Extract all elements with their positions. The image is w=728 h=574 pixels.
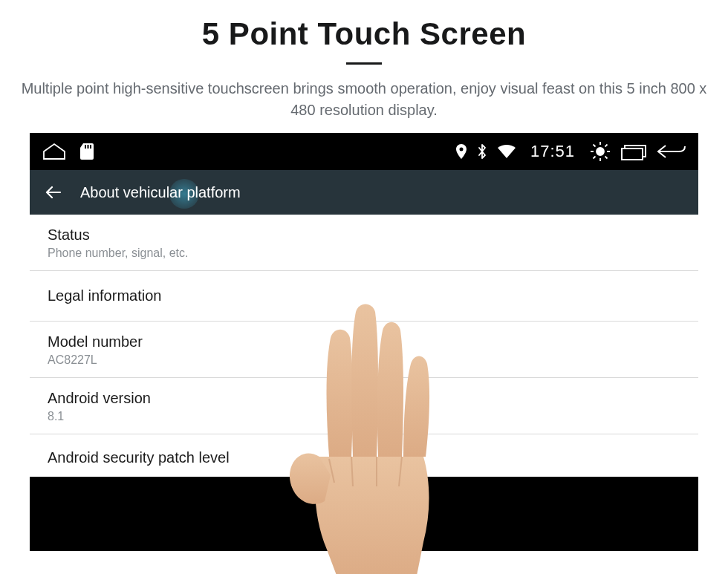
- title-underline: [346, 62, 382, 65]
- svg-rect-1: [88, 145, 89, 149]
- status-bar: 17:51: [30, 133, 698, 170]
- page-subtitle: Multiple point high-sensitive touchscree…: [0, 78, 728, 133]
- home-icon[interactable]: [42, 142, 67, 161]
- row-title: Model number: [48, 333, 680, 350]
- sd-card-icon[interactable]: [80, 143, 94, 160]
- back-icon[interactable]: [657, 143, 686, 160]
- row-android-version[interactable]: Android version 8.1: [30, 378, 698, 434]
- row-title: Legal information: [48, 287, 680, 304]
- row-title: Status: [48, 226, 680, 244]
- bluetooth-icon: [477, 143, 487, 160]
- row-subtitle: AC8227L: [48, 353, 680, 367]
- recents-icon[interactable]: [621, 143, 646, 160]
- svg-line-11: [605, 145, 608, 147]
- row-title: Android security patch level: [48, 449, 680, 466]
- row-title: Android version: [48, 390, 680, 407]
- svg-line-10: [594, 157, 596, 159]
- row-legal[interactable]: Legal information: [30, 271, 698, 322]
- svg-line-8: [594, 145, 596, 147]
- settings-title-bar: About vehicular platform: [30, 170, 698, 215]
- settings-list: Status Phone number, signal, etc. Legal …: [30, 215, 698, 477]
- location-icon: [456, 144, 467, 159]
- row-status[interactable]: Status Phone number, signal, etc.: [30, 215, 698, 271]
- row-model[interactable]: Model number AC8227L: [30, 322, 698, 378]
- device-frame: 17:51: [30, 133, 698, 551]
- svg-point-3: [597, 148, 604, 155]
- wifi-icon: [498, 145, 516, 158]
- svg-rect-12: [622, 149, 643, 160]
- page-title: 5 Point Touch Screen: [0, 0, 728, 52]
- brightness-icon[interactable]: [590, 141, 611, 162]
- svg-rect-0: [85, 145, 86, 149]
- svg-rect-2: [90, 145, 91, 149]
- nav-back-arrow-icon[interactable]: [45, 183, 62, 201]
- row-subtitle: Phone number, signal, etc.: [48, 247, 680, 260]
- svg-line-9: [605, 157, 608, 159]
- row-security-patch[interactable]: Android security patch level: [30, 434, 698, 477]
- settings-page-title: About vehicular platform: [80, 184, 241, 201]
- row-subtitle: 8.1: [48, 410, 680, 423]
- clock-text: 17:51: [530, 142, 575, 161]
